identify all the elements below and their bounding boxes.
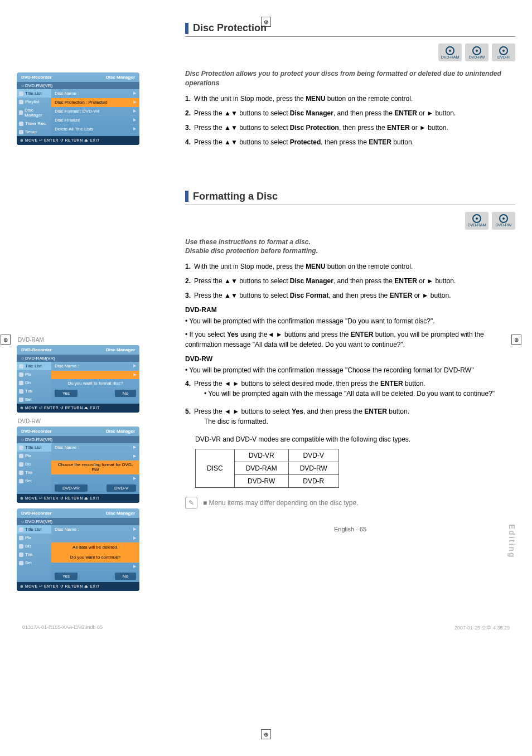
screenshot-format-ram: DVD-RecorderDisc Manager ○ DVD-RAM(VR) T… <box>17 345 139 413</box>
note-text: ■ Menu items may differ depending on the… <box>203 499 359 507</box>
steps-list: 1.With the unit in Stop mode, press the … <box>185 94 515 147</box>
screen-section: Disc Manager <box>106 75 135 80</box>
screenshots-column: DVD-RecorderDisc Manager ○ DVD-RW(VR) Ti… <box>17 22 173 597</box>
body-text: • You will be prompted with the confirma… <box>185 316 515 326</box>
disc-types-table: DISCDVD-VRDVD-VDVD-RAMDVD-RWDVD-RWDVD-R <box>195 449 339 488</box>
screenshot-disc-protection: DVD-RecorderDisc Manager ○ DVD-RW(VR) Ti… <box>17 72 139 145</box>
section-tab: Editing <box>507 524 516 558</box>
screenshot-caption: DVD-RW <box>18 418 173 424</box>
section-intro: Use these instructions to format a disc.… <box>185 238 515 256</box>
side-menu: Title List Playlist Disc Manager Timer R… <box>17 89 51 136</box>
subhead-dvd-ram: DVD-RAM <box>185 306 515 314</box>
page-footer: English - 65 <box>185 526 515 532</box>
note-icon: ✎ <box>185 497 197 509</box>
section-title: Formatting a Disc <box>193 191 278 202</box>
screenshot-format-rw-choice: DVD-RecorderDisc Manager ○ DVD-RW(VR) Ti… <box>17 427 139 503</box>
body-text: • You will be prompted with the confirma… <box>185 365 515 375</box>
hint-bar: ⊕ MOVE ⏎ ENTER ↺ RETURN ⏏ EXIT <box>17 136 139 145</box>
screenshot-format-confirm: DVD-RecorderDisc Manager ○ DVD-RW(VR) Ti… <box>17 508 139 591</box>
section-accent <box>185 191 188 202</box>
section-title: Disc Protection <box>193 22 267 34</box>
screenshot-caption: DVD-RAM <box>18 337 173 343</box>
print-footer: 01317A-01-R155-XAA-ENG.indb 65 2007-01-2… <box>0 608 532 643</box>
disc-badges: DVD-RAM DVD-RW DVD-R <box>185 43 515 61</box>
section-intro: Disc Protection allows you to protect yo… <box>185 69 515 88</box>
table-caption: DVD-VR and DVD-V modes are compatible wi… <box>185 434 515 444</box>
body-text: • If you select Yes using the◄ ► buttons… <box>185 329 515 350</box>
steps-list: 1.With the unit in Stop mode, press the … <box>185 261 515 301</box>
section-accent <box>185 23 188 34</box>
content-column: Disc Protection DVD-RAM DVD-RW DVD-R Dis… <box>173 22 515 597</box>
disc-badges: DVD-RAM DVD-RW <box>185 212 515 230</box>
recorder-label: DVD-Recorder <box>21 75 52 80</box>
menu-rows: Disc Name :▶ Disc Protection : Protected… <box>51 89 139 136</box>
subhead-dvd-rw: DVD-RW <box>185 355 515 363</box>
steps-list: 4.Press the ◄ ► buttons to select desire… <box>185 379 515 430</box>
print-timestamp: 2007-01-25 오후 4:35:29 <box>454 624 510 632</box>
print-file: 01317A-01-R155-XAA-ENG.indb 65 <box>22 624 103 632</box>
note-row: ✎ ■ Menu items may differ depending on t… <box>185 497 515 509</box>
disc-mode: ○ DVD-RW(VR) <box>17 82 139 89</box>
